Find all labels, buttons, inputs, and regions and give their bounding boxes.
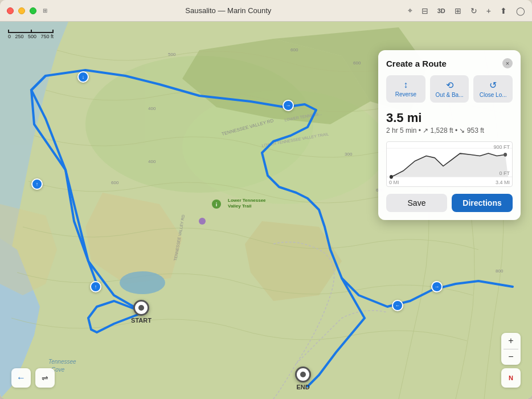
- scale-bar: 0 250 500 750 ft: [8, 28, 54, 39]
- svg-point-29: [390, 175, 393, 179]
- svg-point-7: [120, 271, 165, 294]
- elevation-x-end: 3.4 MI: [496, 180, 510, 185]
- zoom-in-button[interactable]: +: [501, 333, 521, 349]
- share-icon[interactable]: ⬆: [500, 6, 507, 15]
- close-loop-label: Close Lo...: [480, 92, 507, 98]
- fullscreen-window-button[interactable]: [30, 7, 36, 14]
- titlebar: ⊞ Sausalito — Marin County ⌖ ⊟ 3D ⊞ ↻ + …: [0, 0, 532, 22]
- svg-text:600: 600: [111, 180, 119, 185]
- svg-text:Tennessee: Tennessee: [48, 359, 76, 365]
- zoom-out-button[interactable]: −: [501, 349, 521, 365]
- route-options-icon: ⇌: [42, 373, 48, 382]
- window-doc-icon: ⊞: [41, 7, 49, 15]
- directions-button[interactable]: Directions: [452, 194, 513, 212]
- back-icon: ←: [17, 373, 26, 383]
- save-button[interactable]: Save: [386, 194, 447, 212]
- svg-text:600: 600: [353, 60, 361, 66]
- location-icon[interactable]: ⌖: [408, 6, 412, 15]
- elevation-max-label: 900 FT: [493, 144, 510, 150]
- route-buttons: Save Directions: [386, 194, 513, 212]
- out-back-button[interactable]: ⟲ Out & Ba...: [430, 75, 469, 103]
- elevation-x-start: 0 MI: [389, 180, 399, 185]
- back-button[interactable]: ←: [11, 368, 31, 388]
- 3d-icon[interactable]: 3D: [437, 7, 445, 14]
- svg-text:Lower Tennessee: Lower Tennessee: [228, 198, 266, 203]
- reverse-icon: ↕: [403, 80, 408, 90]
- reverse-button[interactable]: ↕ Reverse: [386, 75, 425, 103]
- waypoint-4: ↑: [90, 281, 101, 292]
- out-back-icon: ⟲: [446, 80, 453, 91]
- close-loop-button[interactable]: ↺ Close Lo...: [473, 75, 513, 103]
- scale-label-250: 250: [15, 34, 23, 39]
- toolbar-icons: ⌖ ⊟ 3D ⊞ ↻ + ⬆ ◯: [408, 6, 525, 15]
- svg-text:Valley Trail: Valley Trail: [228, 203, 251, 209]
- waypoint-2: →: [283, 100, 294, 111]
- svg-text:i: i: [216, 202, 218, 207]
- compass-button[interactable]: N: [501, 368, 521, 388]
- zoom-controls: + −: [501, 333, 521, 365]
- route-details: 2 hr 5 min • ↗ 1,528 ft • ↘ 953 ft: [386, 127, 513, 135]
- route-actions: ↕ Reverse ⟲ Out & Ba... ↺ Close Lo...: [386, 75, 513, 103]
- waypoint-5: →: [431, 281, 443, 292]
- window-title: Sausalito — Marin County: [49, 6, 408, 15]
- end-marker: END: [295, 367, 311, 390]
- start-marker: START: [131, 300, 152, 324]
- svg-text:500: 500: [168, 52, 176, 57]
- map-controls-bottom-left: ← ⇌: [11, 368, 55, 388]
- refresh-icon[interactable]: ↻: [470, 6, 477, 15]
- app-window: ⊞ Sausalito — Marin County ⌖ ⊟ 3D ⊞ ↻ + …: [0, 0, 532, 399]
- waypoint-3: ↑: [31, 178, 43, 190]
- scale-label-500: 500: [28, 34, 36, 39]
- out-back-label: Out & Ba...: [436, 92, 464, 98]
- svg-text:800: 800: [496, 268, 504, 274]
- add-icon[interactable]: +: [486, 6, 491, 15]
- route-options-button[interactable]: ⇌: [35, 368, 55, 388]
- svg-text:400: 400: [148, 106, 156, 111]
- layers-icon[interactable]: ⊟: [421, 6, 428, 15]
- waypoint-6: ←: [392, 300, 403, 311]
- reverse-label: Reverse: [395, 91, 416, 97]
- traffic-lights: [7, 7, 36, 14]
- svg-point-30: [504, 153, 507, 157]
- transit-icon[interactable]: ⊞: [455, 6, 461, 15]
- panel-header: Create a Route ×: [386, 58, 513, 68]
- map-controls-bottom-right: + − N: [501, 333, 521, 388]
- account-icon[interactable]: ◯: [516, 6, 525, 15]
- close-loop-icon: ↺: [489, 80, 497, 91]
- compass-north-label: N: [509, 374, 513, 381]
- svg-text:300: 300: [345, 152, 353, 157]
- svg-text:600: 600: [290, 47, 298, 52]
- scale-label-750: 750 ft: [40, 34, 54, 39]
- route-distance: 3.5 mi: [386, 111, 513, 125]
- map-container[interactable]: TENNESSEE VALLEY RD LOWER TENNESS... LOW…: [0, 22, 532, 399]
- waypoint-1: ↓: [77, 71, 89, 83]
- close-panel-button[interactable]: ×: [502, 58, 513, 68]
- svg-text:400: 400: [148, 159, 156, 164]
- route-panel: Create a Route × ↕ Reverse ⟲ Out & Ba...…: [378, 50, 521, 220]
- elevation-chart: 900 FT 0 FT 0 MI 3.4 MI: [386, 141, 513, 187]
- close-window-button[interactable]: [7, 7, 14, 14]
- panel-title: Create a Route: [386, 59, 447, 68]
- minimize-window-button[interactable]: [18, 7, 25, 14]
- svg-point-12: [199, 218, 206, 225]
- scale-label-0: 0: [8, 34, 11, 39]
- route-stats: 3.5 mi 2 hr 5 min • ↗ 1,528 ft • ↘ 953 f…: [386, 111, 513, 135]
- elevation-min-label: 0 FT: [499, 170, 510, 176]
